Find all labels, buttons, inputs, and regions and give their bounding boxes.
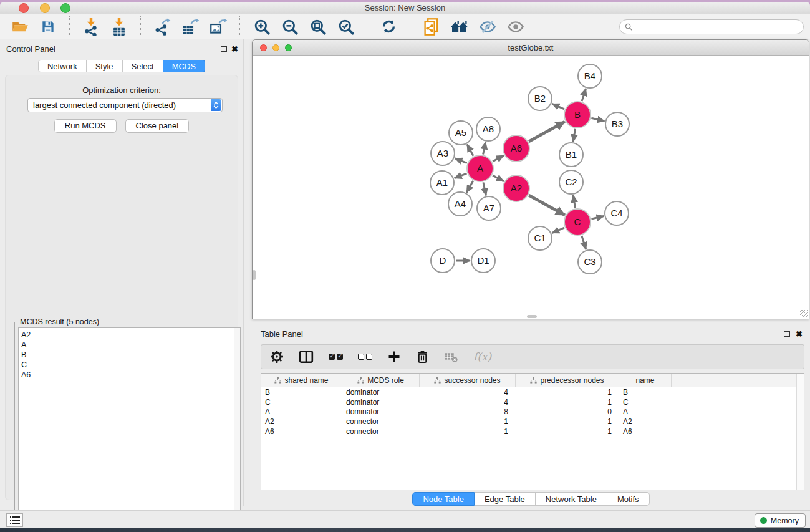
graph-node-C[interactable]: C <box>564 209 591 235</box>
export-image-icon[interactable] <box>208 17 228 37</box>
graph-edge-A-A2[interactable] <box>493 175 504 181</box>
graph-node-A4[interactable]: A4 <box>448 192 472 216</box>
graph-node-C2[interactable]: C2 <box>559 170 583 194</box>
run-mcds-button[interactable]: Run MCDS <box>54 119 117 133</box>
graph-edge-A-A1[interactable] <box>455 173 467 178</box>
graph-edge-C-C3[interactable] <box>582 236 586 249</box>
eye-slash-icon[interactable] <box>478 17 498 37</box>
graph-node-A5[interactable]: A5 <box>449 121 473 145</box>
graph-node-D[interactable]: D <box>431 249 455 273</box>
table-cell[interactable]: 0 <box>516 407 619 416</box>
columns-icon[interactable] <box>299 349 314 364</box>
tab-mcds[interactable]: MCDS <box>163 60 205 72</box>
close-table-panel-icon[interactable]: ✖ <box>796 329 803 339</box>
eye-icon[interactable] <box>506 17 526 37</box>
float-panel-icon[interactable] <box>221 46 227 52</box>
column-header-shared-name[interactable]: shared name <box>261 374 342 387</box>
table-cell[interactable]: 1 <box>516 388 619 397</box>
graph-edge-C-C2[interactable] <box>573 195 575 208</box>
table-cell[interactable]: 4 <box>420 388 516 397</box>
table-cell[interactable]: A <box>261 407 342 416</box>
table-cell[interactable]: B <box>261 388 342 397</box>
network-canvas[interactable]: B4B2BB3A5A8A6A3B1AA1C2A2A4A7CC4C1C3DD1 <box>253 56 809 319</box>
graph-node-C3[interactable]: C3 <box>578 250 602 274</box>
table-cell[interactable]: B <box>619 388 672 397</box>
graph-edge-B-B1[interactable] <box>573 129 575 142</box>
table-cell[interactable]: A6 <box>619 427 672 436</box>
resize-grip[interactable] <box>800 310 808 317</box>
graph-node-A1[interactable]: A1 <box>430 171 454 195</box>
task-list-button[interactable] <box>6 513 23 527</box>
graph-node-B[interactable]: B <box>564 102 591 128</box>
add-icon[interactable] <box>387 350 401 364</box>
table-cell[interactable]: connector <box>342 417 420 426</box>
zoom-in-icon[interactable] <box>251 17 271 37</box>
table-cell[interactable]: dominator <box>342 388 420 397</box>
table-cell[interactable]: 1 <box>516 427 619 436</box>
graph-node-A3[interactable]: A3 <box>431 142 455 165</box>
export-network-icon[interactable] <box>152 17 172 37</box>
zoom-fit-icon[interactable] <box>307 17 327 37</box>
table-cell[interactable]: connector <box>342 427 420 436</box>
graph-node-A8[interactable]: A8 <box>476 117 500 141</box>
list-item[interactable]: C <box>21 360 240 370</box>
graph-edge-B-B3[interactable] <box>591 118 604 121</box>
table-cell[interactable]: 1 <box>420 417 516 426</box>
import-network-icon[interactable] <box>81 17 101 37</box>
mcds-result-list[interactable]: A2ABCA6 <box>18 327 241 531</box>
criterion-select[interactable]: largest connected component (directed) <box>27 98 223 112</box>
graph-node-A6[interactable]: A6 <box>503 135 529 162</box>
graph-node-A[interactable]: A <box>467 155 493 181</box>
table-cell[interactable]: C <box>261 398 342 407</box>
graph-edge-A-A8[interactable] <box>483 142 486 155</box>
column-header-MCDS-role[interactable]: MCDS role <box>342 374 420 387</box>
table-row[interactable]: Cdominator41C <box>261 397 804 407</box>
folder-open-icon[interactable] <box>10 17 30 37</box>
close-panel-button[interactable]: Close panel <box>125 119 190 133</box>
column-header-successor-nodes[interactable]: successor nodes <box>420 374 516 387</box>
graph-node-D1[interactable]: D1 <box>471 249 495 273</box>
result-scrollbar[interactable] <box>234 328 240 531</box>
graph-node-B2[interactable]: B2 <box>528 87 552 110</box>
list-item[interactable]: A <box>21 340 240 350</box>
tab-select[interactable]: Select <box>123 60 163 72</box>
canvas-hscroll-thumb[interactable] <box>527 315 537 318</box>
graph-edge-A-A6[interactable] <box>493 155 504 162</box>
graph-edge-A2-C[interactable] <box>529 195 565 215</box>
table-cell[interactable]: A6 <box>261 427 342 436</box>
column-header-predecessor-nodes[interactable]: predecessor nodes <box>516 374 619 387</box>
table-cell[interactable]: dominator <box>342 398 420 407</box>
table-cell[interactable]: A2 <box>261 417 342 426</box>
graph-edge-A-A5[interactable] <box>467 144 473 155</box>
table-row[interactable]: Adominator80A <box>261 407 804 417</box>
graph-node-A7[interactable]: A7 <box>477 196 501 220</box>
graph-node-C4[interactable]: C4 <box>605 201 629 225</box>
graph-edge-A6-B[interactable] <box>529 122 565 142</box>
tab-network-table[interactable]: Network Table <box>536 492 607 506</box>
deselect-all-icon[interactable] <box>358 354 372 360</box>
table-cell[interactable]: dominator <box>342 407 420 416</box>
table-cell[interactable]: 1 <box>516 417 619 426</box>
table-row[interactable]: A6connector11A6 <box>261 427 804 437</box>
import-table-icon[interactable] <box>109 17 129 37</box>
table-cell[interactable]: 1 <box>516 398 619 407</box>
graph-node-B1[interactable]: B1 <box>559 143 583 167</box>
graph-node-B4[interactable]: B4 <box>578 64 602 88</box>
tab-style[interactable]: Style <box>87 60 123 72</box>
graph-node-C1[interactable]: C1 <box>528 226 552 250</box>
graph-node-A2[interactable]: A2 <box>503 175 529 201</box>
tab-edge-table[interactable]: Edge Table <box>475 492 536 506</box>
graph-node-B3[interactable]: B3 <box>605 112 629 136</box>
table-cell[interactable]: C <box>619 398 672 407</box>
list-item[interactable]: A2 <box>21 330 240 340</box>
graph-edge-A-A3[interactable] <box>455 158 466 163</box>
zoom-out-icon[interactable] <box>279 17 299 37</box>
search-input[interactable] <box>619 19 804 34</box>
tab-node-table[interactable]: Node Table <box>412 492 475 506</box>
tab-motifs[interactable]: Motifs <box>607 492 650 506</box>
memory-button[interactable]: Memory <box>755 513 806 528</box>
list-item[interactable]: B <box>21 350 240 360</box>
save-icon[interactable] <box>38 17 58 37</box>
gear-icon[interactable] <box>270 350 284 364</box>
table-cell[interactable]: 8 <box>420 407 516 416</box>
